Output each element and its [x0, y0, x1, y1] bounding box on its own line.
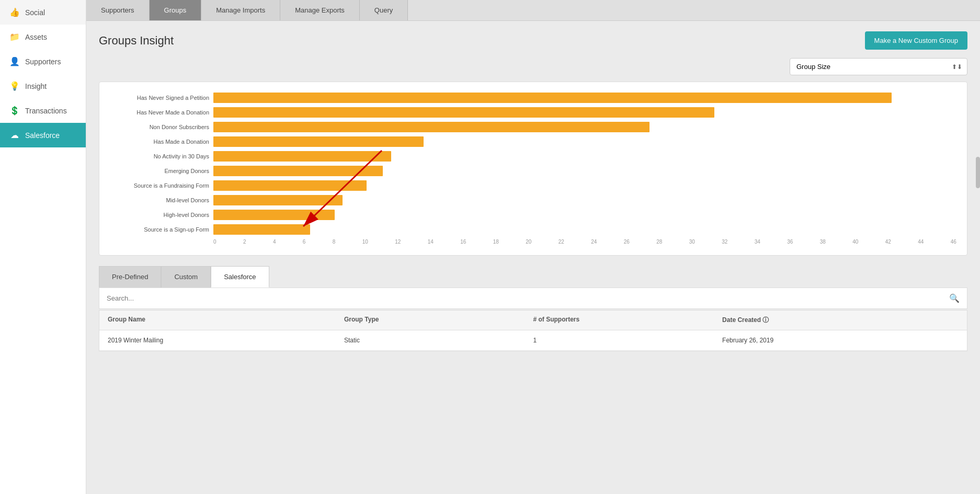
th-date-created: Date Created ⓘ [722, 316, 959, 325]
chart-bar-label: Source is a Sign-up Form [105, 226, 209, 233]
groups-table: Group Name Group Type # of Supporters Da… [99, 310, 967, 351]
sidebar-item-insight[interactable]: 💡Insight [0, 74, 86, 98]
chart-bar-wrap [213, 151, 956, 162]
chart-bar [213, 210, 335, 220]
sidebar-label-assets: Assets [25, 33, 47, 41]
salesforce-icon: ☁ [9, 130, 20, 140]
chart-bar [213, 136, 424, 147]
top-tab-manage-imports[interactable]: Manage Imports [201, 0, 280, 20]
chart-xaxis-label: 22 [559, 239, 564, 245]
sidebar-item-assets[interactable]: 📁Assets [0, 25, 86, 49]
chart-row: Source is a Fundraising Form [105, 180, 956, 191]
chart-bar-wrap [213, 210, 956, 220]
scrollbar[interactable] [976, 157, 980, 188]
chart-xaxis-label: 36 [787, 239, 793, 245]
chart-bar [213, 195, 343, 205]
sidebar-item-supporters[interactable]: 👤Supporters [0, 49, 86, 74]
chart-bar-label: Emerging Donors [105, 168, 209, 174]
chart-bar [213, 107, 714, 118]
content-area: Groups Insight Make a New Custom Group G… [86, 21, 980, 494]
sidebar-label-salesforce: Salesforce [25, 131, 60, 140]
chart-xaxis-label: 28 [656, 239, 662, 245]
chart-x-axis: 0246810121416182022242628303234363840424… [213, 239, 956, 245]
chart-bar-label: High-level Donors [105, 212, 209, 218]
chart-bar [213, 93, 892, 103]
chart-bar-label: Source is a Fundraising Form [105, 182, 209, 189]
chart-row: High-level Donors [105, 210, 956, 220]
chart-xaxis-label: 32 [722, 239, 727, 245]
bottom-tab-salesforce[interactable]: Salesforce [211, 266, 269, 288]
social-icon: 👍 [9, 7, 20, 17]
chart-bar-wrap [213, 122, 956, 132]
chart-bar-label: Mid-level Donors [105, 197, 209, 203]
chart-row: Source is a Sign-up Form [105, 224, 956, 235]
bar-chart: Has Never Signed a Petition Has Never Ma… [105, 93, 956, 235]
td-group-name: 2019 Winter Mailing [108, 337, 344, 344]
chart-xaxis-label: 24 [591, 239, 597, 245]
table-header: Group Name Group Type # of Supporters Da… [99, 311, 967, 330]
chart-bar [213, 151, 391, 162]
chart-bar-wrap [213, 107, 956, 118]
sidebar-item-salesforce[interactable]: ☁Salesforce [0, 123, 86, 147]
chart-bar-wrap [213, 224, 956, 235]
search-area: 🔍 [99, 288, 967, 309]
chart-row: No Activity in 30 Days [105, 151, 956, 162]
th-supporters: # of Supporters [533, 316, 723, 325]
bottom-tab-custom[interactable]: Custom [161, 266, 211, 288]
td-group-type: Static [344, 337, 533, 344]
chart-bar [213, 180, 367, 191]
filter-row: Group Size ⬆⬇ [99, 58, 967, 75]
chart-xaxis-label: 8 [333, 239, 336, 245]
search-icon: 🔍 [949, 293, 960, 303]
chart-xaxis-label: 34 [755, 239, 760, 245]
new-custom-group-button[interactable]: Make a New Custom Group [865, 31, 967, 50]
chart-row: Has Never Signed a Petition [105, 93, 956, 103]
chart-bar-wrap [213, 166, 956, 176]
group-size-wrapper: Group Size ⬆⬇ [790, 58, 967, 75]
chart-container: Has Never Signed a Petition Has Never Ma… [99, 82, 967, 256]
chart-row: Has Never Made a Donation [105, 107, 956, 118]
sidebar-item-transactions[interactable]: 💲Transactions [0, 98, 86, 123]
chart-bar [213, 224, 310, 235]
td-supporters: 1 [533, 337, 723, 344]
th-group-type: Group Type [344, 316, 533, 325]
chart-row: Emerging Donors [105, 166, 956, 176]
chart-row: Mid-level Donors [105, 195, 956, 205]
chart-xaxis-label: 20 [526, 239, 531, 245]
insight-icon: 💡 [9, 81, 20, 91]
transactions-icon: 💲 [9, 106, 20, 116]
top-tab-groups[interactable]: Groups [150, 0, 202, 20]
chart-bar [213, 166, 383, 176]
group-size-select[interactable]: Group Size [790, 58, 967, 75]
chart-bar-wrap [213, 136, 956, 147]
chart-xaxis-label: 2 [243, 239, 246, 245]
td-date-created: February 26, 2019 [722, 337, 959, 344]
chart-xaxis-label: 0 [213, 239, 216, 245]
search-input[interactable] [107, 294, 949, 302]
top-nav-tabs: SupportersGroupsManage ImportsManage Exp… [86, 0, 980, 21]
bottom-tab-pre-defined[interactable]: Pre-Defined [99, 266, 161, 288]
chart-row: Has Made a Donation [105, 136, 956, 147]
sidebar-label-transactions: Transactions [25, 107, 67, 115]
chart-xaxis-label: 26 [624, 239, 630, 245]
top-tab-query[interactable]: Query [360, 0, 408, 20]
chart-xaxis-label: 38 [820, 239, 826, 245]
th-group-name: Group Name [108, 316, 344, 325]
bottom-nav-tabs: Pre-DefinedCustomSalesforce [99, 266, 967, 288]
sidebar-item-social[interactable]: 👍Social [0, 0, 86, 25]
top-tab-manage-exports[interactable]: Manage Exports [280, 0, 360, 20]
page-title: Groups Insight [99, 34, 174, 48]
chart-xaxis-label: 46 [951, 239, 956, 245]
table-row: 2019 Winter Mailing Static 1 February 26… [99, 330, 967, 351]
top-tab-supporters[interactable]: Supporters [86, 0, 150, 20]
chart-xaxis-label: 6 [303, 239, 306, 245]
chart-xaxis-label: 44 [918, 239, 924, 245]
chart-xaxis-label: 4 [273, 239, 276, 245]
page-header: Groups Insight Make a New Custom Group [99, 31, 967, 50]
sidebar-label-social: Social [25, 8, 45, 17]
chart-bar-label: No Activity in 30 Days [105, 153, 209, 159]
chart-xaxis-label: 10 [362, 239, 368, 245]
table-body: 2019 Winter Mailing Static 1 February 26… [99, 330, 967, 351]
chart-xaxis-label: 40 [852, 239, 858, 245]
supporters-icon: 👤 [9, 56, 20, 66]
